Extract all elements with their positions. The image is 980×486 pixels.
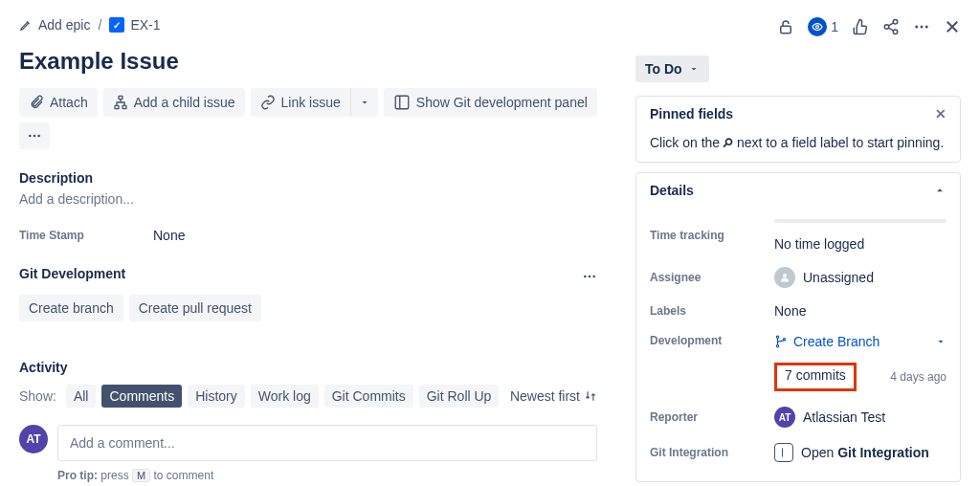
svg-point-9 [592,276,595,278]
chevron-down-icon [359,97,370,108]
paperclip-icon [29,95,44,110]
svg-point-8 [589,276,591,278]
show-git-panel-button[interactable]: Show Git development panel [384,88,597,117]
status-dropdown[interactable]: To Do [635,55,709,82]
watch-count: 1 [831,19,838,34]
git-panel-icon [393,94,411,111]
time-tracking-value: No time logged [774,236,864,252]
svg-point-15 [915,26,918,29]
time-tracking-bar[interactable] [774,219,947,223]
svg-rect-10 [781,26,791,33]
branch-icon [774,335,788,348]
create-pull-request-button[interactable]: Create pull request [129,295,261,321]
labels-field[interactable]: None [774,303,947,319]
commits-count-highlight[interactable]: 7 commits [774,363,857,391]
add-child-label: Add a child issue [134,95,235,110]
assignee-field[interactable]: Unassigned [774,267,947,288]
issue-key-link[interactable]: ✓ EX-1 [109,17,160,33]
sort-toggle[interactable]: Newest first [510,388,597,404]
details-panel: Details Time tracking No time logged Ass… [635,172,961,482]
svg-point-11 [816,26,819,29]
link-issue-dropdown[interactable] [350,88,378,117]
more-icon [582,269,597,284]
toolbar-more-button[interactable] [19,122,50,149]
breadcrumb-separator: / [98,17,101,33]
svg-point-6 [37,135,40,138]
user-avatar: AT [19,425,48,453]
status-value: To Do [645,61,682,77]
pinned-fields-panel: Pinned fields ✕ Click on the ⚲ next to a… [635,96,961,163]
create-branch-link[interactable]: Create Branch [774,334,880,349]
assignee-value: Unassigned [803,270,874,285]
description-field[interactable]: Add a description... [19,191,597,207]
share-button[interactable] [882,18,900,35]
time-tracking-label: Time tracking [650,229,774,242]
reporter-field[interactable]: AT Atlassian Test [774,407,947,428]
pinned-fields-title: Pinned fields [650,106,733,122]
svg-point-4 [29,135,32,138]
add-epic-link[interactable]: Add epic [19,17,90,33]
tab-git-commits[interactable]: Git Commits [324,385,413,408]
svg-point-18 [783,274,787,277]
tab-history[interactable]: History [188,385,245,408]
watch-button[interactable]: 1 [808,17,838,36]
git-development-label: Git Development [19,266,125,281]
sort-label: Newest first [510,388,580,404]
pencil-icon [19,18,33,32]
breadcrumb: Add epic / ✓ EX-1 [19,17,161,33]
svg-rect-1 [115,105,119,108]
tab-all[interactable]: All [66,385,97,408]
reporter-label: Reporter [650,410,774,424]
issue-type-icon: ✓ [109,17,124,33]
show-git-panel-label: Show Git development panel [416,95,588,110]
attach-button[interactable]: Attach [19,88,98,117]
timestamp-field-label: Time Stamp [19,229,153,242]
add-comment-input[interactable]: Add a comment... [57,425,597,461]
comment-protip: Pro tip: press M to comment [57,469,597,482]
pinned-close-button[interactable]: ✕ [935,106,947,122]
svg-rect-3 [395,96,409,109]
activity-tabs: Show: All Comments History Work log Git … [19,385,499,408]
show-label: Show: [19,388,56,404]
details-title: Details [650,183,694,198]
reporter-avatar: AT [774,407,795,428]
more-actions-button[interactable] [913,18,930,35]
git-development-more[interactable] [582,269,597,284]
issue-title[interactable]: Example Issue [19,48,597,75]
attach-label: Attach [50,95,88,110]
link-issue-button[interactable]: Link issue [251,88,350,117]
issue-key-label: EX-1 [130,17,160,33]
description-label: Description [19,170,597,186]
svg-rect-2 [122,105,126,108]
close-button[interactable] [944,18,961,35]
chevron-down-icon [688,63,700,75]
svg-point-17 [925,26,928,29]
child-tree-icon [113,95,128,110]
git-integration-icon [774,443,793,462]
git-integration-label: Git Integration [650,446,774,459]
add-child-issue-button[interactable]: Add a child issue [103,88,245,117]
tab-comments[interactable]: Comments [101,385,182,408]
add-epic-label: Add epic [38,17,90,33]
issue-toolbar: Attach Add a child issue Link issue Show… [19,88,597,149]
lock-icon[interactable] [777,18,794,35]
reporter-value: Atlassian Test [803,409,885,425]
details-toggle[interactable]: Details [636,173,960,208]
svg-point-12 [893,20,898,25]
link-icon [260,95,276,110]
timestamp-field-value[interactable]: None [153,228,185,243]
sort-icon [584,389,597,403]
link-issue-label: Link issue [281,95,341,110]
svg-point-20 [776,345,778,347]
more-icon [27,128,42,144]
development-label: Development [650,334,774,347]
activity-label: Activity [19,360,597,375]
assignee-label: Assignee [650,271,774,284]
open-git-integration-link[interactable]: Open Git Integration [801,445,929,460]
create-branch-button[interactable]: Create branch [19,295,123,321]
chevron-down-icon[interactable] [935,336,947,347]
tab-git-rollup[interactable]: Git Roll Up [419,385,500,408]
labels-label: Labels [650,304,774,318]
tab-work-log[interactable]: Work log [251,385,319,408]
like-button[interactable] [852,18,869,35]
